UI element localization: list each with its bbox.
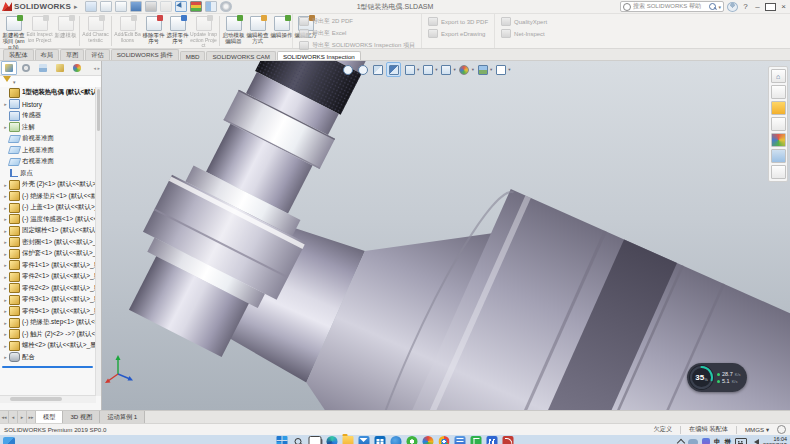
- tree-item[interactable]: ▸注解: [0, 122, 96, 134]
- options-gear-icon[interactable]: [220, 1, 232, 12]
- panel-tab-pager[interactable]: ◂ ▸: [94, 65, 100, 71]
- panel-vscrollbar[interactable]: [95, 87, 101, 396]
- panel-tab-displaymanager[interactable]: [69, 61, 85, 75]
- tree-item[interactable]: ▸螺栓<2> (默认<<默认>_显示状态: [0, 340, 96, 352]
- search-icon[interactable]: [293, 436, 304, 444]
- ime-language-indicator[interactable]: 中: [714, 438, 721, 444]
- tree-item[interactable]: ▸(-) 上盖<1> (默认<<默认>_显示状: [0, 202, 96, 214]
- tab-layout[interactable]: 布局: [35, 49, 59, 60]
- view-orientation-icon[interactable]: [403, 63, 416, 76]
- expand-arrow-icon[interactable]: ▸: [2, 205, 9, 211]
- tree-item[interactable]: ▸(-) 触片 (2)<2> ->? (默认<<默认>: [0, 329, 96, 341]
- open-document-icon[interactable]: [115, 1, 127, 12]
- taskbar-item-chrome[interactable]: [439, 436, 450, 444]
- login-user-icon[interactable]: [727, 2, 738, 12]
- tab-sketch[interactable]: 草图: [60, 49, 84, 60]
- new-inspection-project-button[interactable]: 新建检查项目 (amp;N): [2, 15, 25, 49]
- green-s-app-icon[interactable]: [471, 436, 482, 444]
- edit-inspection-method-button[interactable]: 编辑检查方式: [246, 15, 269, 44]
- zoom-to-area-icon[interactable]: [356, 63, 369, 76]
- view-settings-icon[interactable]: [494, 63, 507, 76]
- tray-expand-icon[interactable]: [677, 439, 685, 444]
- apply-scene-icon[interactable]: [476, 63, 489, 76]
- previous-view-icon[interactable]: [371, 63, 384, 76]
- remove-balloons-button[interactable]: 移除零件序号: [142, 15, 165, 44]
- design-library-icon[interactable]: [771, 85, 786, 99]
- expand-arrow-icon[interactable]: ▸: [2, 216, 9, 222]
- reader-app-icon[interactable]: [455, 436, 466, 444]
- onedrive-icon[interactable]: [391, 436, 402, 444]
- mail-icon[interactable]: [359, 436, 370, 444]
- tree-item[interactable]: 前视基准面: [0, 133, 96, 145]
- view-palette-icon[interactable]: [771, 117, 786, 131]
- expand-arrow-icon[interactable]: ▸: [2, 124, 9, 130]
- tab-assembly[interactable]: 装配体: [3, 49, 34, 60]
- expand-arrow-icon[interactable]: ▸: [2, 262, 9, 268]
- panel-tab-featuremanager-design-tree[interactable]: [1, 61, 17, 75]
- expand-arrow-icon[interactable]: ▸: [2, 343, 9, 349]
- panel-tab-propertymanager[interactable]: [18, 61, 34, 75]
- tree-item[interactable]: ▸配合: [0, 352, 96, 364]
- tree-item[interactable]: 原点: [0, 168, 96, 180]
- tree-item[interactable]: 传感器: [0, 110, 96, 122]
- tab-inspection[interactable]: SOLIDWORKS Inspection: [277, 51, 361, 60]
- filter-dropdown-icon[interactable]: ▾: [13, 79, 16, 85]
- blue-w-app-icon[interactable]: [487, 436, 498, 444]
- taskbar-item-green-browser[interactable]: [407, 436, 418, 444]
- edge-icon[interactable]: [327, 436, 338, 444]
- chrome-icon[interactable]: [439, 436, 450, 444]
- tree-item[interactable]: ▸(-) 绝缘垫.step<1> (默认<<默认>: [0, 317, 96, 329]
- tree-item[interactable]: ▸零件3<1> (默认<<默认>_显示状: [0, 294, 96, 306]
- taskbar-item-microsoft-store[interactable]: [375, 436, 386, 444]
- expand-arrow-icon[interactable]: ▸: [2, 228, 9, 234]
- tab-addins[interactable]: SOLIDWORKS 插件: [111, 49, 179, 60]
- panel-tab-dimxpertmanager[interactable]: [52, 61, 68, 75]
- expand-arrow-icon[interactable]: ▸: [2, 274, 9, 280]
- tab-scroll-button[interactable]: ▸: [18, 411, 27, 423]
- units-selector[interactable]: MMGS ▾: [745, 426, 769, 433]
- display-style-dropdown-icon[interactable]: ▾: [435, 67, 437, 72]
- expand-arrow-icon[interactable]: ▸: [2, 320, 9, 326]
- tree-item[interactable]: 右视基准面: [0, 156, 96, 168]
- appearances-scenes-icon[interactable]: [771, 133, 786, 147]
- taskbar-item-start[interactable]: [277, 436, 288, 444]
- hscroll-thumb[interactable]: [10, 397, 62, 401]
- touch-keyboard-icon[interactable]: [735, 438, 747, 444]
- taskbar-item-solidworks-app[interactable]: [503, 436, 514, 444]
- taskbar-item-search[interactable]: [293, 436, 304, 444]
- tab-scroll-button[interactable]: ◂◂: [0, 411, 9, 423]
- restore-button[interactable]: [765, 3, 776, 11]
- panel-tab-configurationmanager[interactable]: [35, 61, 51, 75]
- tree-item[interactable]: ▸(-) 温度传感器<1> (默认<<默认>_: [0, 214, 96, 226]
- search-dropdown-icon[interactable]: ▾: [718, 4, 721, 10]
- display-style-icon[interactable]: [421, 63, 434, 76]
- taskbar-item-blue-w-app[interactable]: [487, 436, 498, 444]
- green-browser-icon[interactable]: [407, 436, 418, 444]
- rebuild-lights-icon[interactable]: [190, 1, 202, 12]
- volume-icon[interactable]: [751, 439, 759, 444]
- menu-flyout-arrow[interactable]: ▸: [74, 3, 78, 11]
- ime-mode-indicator[interactable]: 拼: [725, 438, 732, 444]
- tree-item[interactable]: ▸外壳 (2)<1> (默认<<默认>_显示状: [0, 179, 96, 191]
- new-document-icon[interactable]: [100, 1, 112, 12]
- file-explorer-icon[interactable]: [343, 436, 354, 444]
- tree-item[interactable]: ▸固定螺栓<1> (默认<<默认>_显示: [0, 225, 96, 237]
- expand-arrow-icon[interactable]: ▸: [2, 308, 9, 314]
- taskbar-item-file-explorer[interactable]: [343, 436, 354, 444]
- save-icon[interactable]: [130, 1, 142, 12]
- colorful-browser-icon[interactable]: [423, 436, 434, 444]
- status-options-icon[interactable]: [777, 425, 786, 434]
- tab-evaluate[interactable]: 评估: [85, 49, 109, 60]
- tab-scroll-button[interactable]: ▸▸: [27, 411, 36, 423]
- model-tab-3d-views[interactable]: 3D 视图: [63, 411, 100, 423]
- taskbar-item-mail[interactable]: [359, 436, 370, 444]
- taskbar-item-task-view[interactable]: [309, 436, 322, 444]
- model-3d-view[interactable]: [102, 61, 790, 410]
- expand-arrow-icon[interactable]: ▸: [2, 193, 9, 199]
- solidworks-app-icon[interactable]: [503, 436, 514, 444]
- tree-item[interactable]: ▸密封圈<1> (默认<<默认>_显示状: [0, 237, 96, 249]
- view-settings-dropdown-icon[interactable]: ▾: [508, 67, 510, 72]
- tree-item[interactable]: 1型铠装热电偶 (默认<默认_显示状态-1: [0, 87, 96, 99]
- edit-operation-button[interactable]: 编辑操作: [270, 15, 293, 38]
- tree-item[interactable]: ▸零件1<1> (默认<<默认>_显示状: [0, 260, 96, 272]
